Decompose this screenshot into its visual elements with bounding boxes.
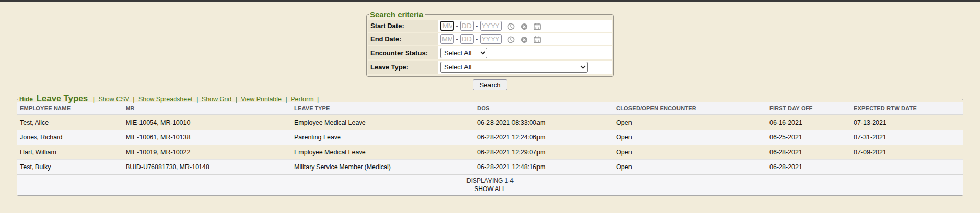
cell-first-day-off: 06-28-2021 <box>767 160 851 175</box>
cell-encounter-status: Open <box>614 130 767 145</box>
clock-icon[interactable] <box>507 35 518 43</box>
encounter-status-label: Encounter Status: <box>368 46 438 59</box>
link-separator: | <box>93 96 95 103</box>
cell-dos: 06-28-2021 12:29:07pm <box>475 145 614 160</box>
cell-dos: 06-28-2021 12:48:16pm <box>475 160 614 175</box>
link-separator: | <box>236 96 237 103</box>
header-first-day-off[interactable]: FIRST DAY OFF <box>767 102 851 115</box>
start-date-dd-input[interactable] <box>460 21 474 31</box>
cell-expected-rtw: 07-31-2021 <box>851 130 963 145</box>
leave-types-fieldset: Hide Leave Types | Show CSV | Show Sprea… <box>17 93 963 196</box>
start-date-yyyy-input[interactable] <box>480 21 502 31</box>
cell-employee-name: Hart, William <box>17 145 123 160</box>
date-separator: - <box>456 22 458 30</box>
cell-leave-type: Parenting Leave <box>292 130 475 145</box>
date-separator: - <box>476 22 478 30</box>
encounter-status-select[interactable]: Select All <box>440 48 487 58</box>
date-separator: - <box>476 36 478 43</box>
cell-dos: 06-28-2021 12:24:06pm <box>475 130 614 145</box>
start-date-row: Start Date: - - <box>368 20 612 32</box>
cell-leave-type: Military Service Member (Medical) <box>292 160 475 175</box>
leave-type-select[interactable]: Select All <box>440 62 588 73</box>
leave-types-panel: Hide Leave Types | Show CSV | Show Sprea… <box>17 93 963 196</box>
cell-employee-name: Test, Bulky <box>17 160 123 175</box>
clock-icon[interactable] <box>507 21 518 30</box>
cell-dos: 06-28-2021 08:33:00am <box>475 115 614 130</box>
end-date-mm-input[interactable] <box>440 34 454 44</box>
cell-mr: MIE-10019, MR-10022 <box>123 145 292 160</box>
cell-leave-type: Employee Medical Leave <box>292 145 475 160</box>
cell-mr: MIE-10061, MR-10138 <box>123 130 292 145</box>
table-header-row: EMPLOYEE NAME MR LEAVE TYPE DOS CLOSED/O… <box>17 102 963 115</box>
show-grid-link[interactable]: Show Grid <box>202 96 231 103</box>
cell-encounter-status: Open <box>614 160 767 175</box>
link-separator: | <box>196 96 198 103</box>
header-leave-type[interactable]: LEAVE TYPE <box>292 102 475 115</box>
start-date-mm-input[interactable] <box>440 21 454 31</box>
leave-type-label: Leave Type: <box>368 61 438 74</box>
end-date-label: End Date: <box>368 33 438 45</box>
search-criteria-legend: Search criteria <box>369 10 425 19</box>
panel-title: Leave Types <box>36 93 88 103</box>
search-button[interactable]: Search <box>473 79 507 90</box>
calendar-icon[interactable] <box>533 21 545 30</box>
show-all-link[interactable]: SHOW ALL <box>474 185 505 193</box>
clear-date-icon[interactable] <box>521 21 531 30</box>
calendar-icon[interactable] <box>533 35 545 43</box>
header-closed-open-encounter[interactable]: CLOSED/OPEN ENCOUNTER <box>614 102 767 115</box>
top-border-bar <box>0 0 980 2</box>
clear-date-icon[interactable] <box>521 35 531 43</box>
leave-types-legend: Hide Leave Types | Show CSV | Show Sprea… <box>18 93 323 104</box>
link-separator: | <box>133 96 134 103</box>
end-date-row: End Date: - - <box>368 33 612 45</box>
encounter-status-row: Encounter Status: Select All <box>368 46 612 59</box>
header-employee-name[interactable]: EMPLOYEE NAME <box>17 102 123 115</box>
table-row[interactable]: Jones, Richard MIE-10061, MR-10138 Paren… <box>17 130 963 145</box>
header-expected-rtw-date[interactable]: EXPECTED RTW DATE <box>851 102 963 115</box>
table-footer-row: DISPLAYING 1-4 SHOW ALL <box>17 175 963 195</box>
hide-link[interactable]: Hide <box>19 96 33 103</box>
date-separator: - <box>456 36 458 43</box>
table-row[interactable]: Hart, William MIE-10019, MR-10022 Employ… <box>17 145 963 160</box>
perform-link[interactable]: Perform <box>291 96 313 103</box>
show-spreadsheet-link[interactable]: Show Spreadsheet <box>138 96 193 103</box>
end-date-yyyy-input[interactable] <box>480 34 502 44</box>
cell-first-day-off: 06-25-2021 <box>767 130 851 145</box>
start-date-label: Start Date: <box>368 20 438 32</box>
search-criteria-fieldset: Search criteria Start Date: - - <box>366 10 614 77</box>
view-printable-link[interactable]: View Printable <box>241 96 282 103</box>
cell-expected-rtw: 07-13-2021 <box>851 115 963 130</box>
displaying-count: DISPLAYING 1-4 <box>17 177 963 185</box>
cell-mr: BUID-U76881730, MR-10148 <box>123 160 292 175</box>
cell-expected-rtw: 07-09-2021 <box>851 145 963 160</box>
cell-encounter-status: Open <box>614 145 767 160</box>
header-dos[interactable]: DOS <box>475 102 614 115</box>
table-row[interactable]: Test, Bulky BUID-U76881730, MR-10148 Mil… <box>17 160 963 175</box>
link-separator: | <box>317 96 319 103</box>
table-row[interactable]: Test, Alice MIE-10054, MR-10010 Employee… <box>17 115 963 130</box>
search-criteria-panel: Search criteria Start Date: - - <box>366 10 614 90</box>
cell-first-day-off: 06-16-2021 <box>767 115 851 130</box>
cell-employee-name: Jones, Richard <box>17 130 123 145</box>
header-mr[interactable]: MR <box>123 102 292 115</box>
cell-leave-type: Employee Medical Leave <box>292 115 475 130</box>
cell-mr: MIE-10054, MR-10010 <box>123 115 292 130</box>
show-csv-link[interactable]: Show CSV <box>98 96 129 103</box>
cell-first-day-off: 06-28-2021 <box>767 145 851 160</box>
leave-types-table: EMPLOYEE NAME MR LEAVE TYPE DOS CLOSED/O… <box>17 102 963 195</box>
cell-expected-rtw <box>851 160 963 175</box>
cell-encounter-status: Open <box>614 115 767 130</box>
leave-type-row: Leave Type: Select All <box>368 61 612 74</box>
cell-employee-name: Test, Alice <box>17 115 123 130</box>
link-separator: | <box>285 96 287 103</box>
end-date-dd-input[interactable] <box>460 34 474 44</box>
